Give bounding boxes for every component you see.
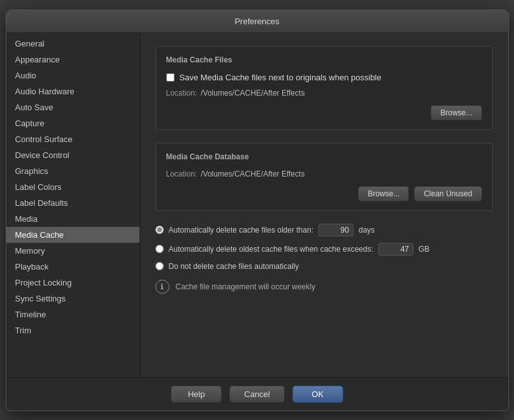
sidebar-item-project-locking[interactable]: Project Locking [6, 275, 139, 291]
sidebar-item-appearance[interactable]: Appearance [6, 52, 139, 68]
media-cache-files-title: Media Cache Files [166, 55, 482, 66]
sidebar-item-memory[interactable]: Memory [6, 243, 139, 259]
sidebar-item-trim[interactable]: Trim [6, 322, 139, 338]
auto-delete-oldest-radio[interactable] [155, 245, 164, 253]
sidebar-item-label-colors[interactable]: Label Colors [6, 179, 139, 195]
files-location-row: Location: /Volumes/CACHE/After Effects [166, 89, 482, 98]
save-media-cache-label: Save Media Cache files next to originals… [180, 73, 382, 82]
sidebar-item-media-cache[interactable]: Media Cache [6, 227, 139, 243]
media-cache-database-section: Media Cache Database Location: /Volumes/… [155, 143, 493, 211]
files-browse-button[interactable]: Browse... [431, 105, 482, 120]
sidebar-item-label-defaults[interactable]: Label Defaults [6, 195, 139, 211]
save-media-cache-row: Save Media Cache files next to originals… [166, 73, 482, 82]
clean-unused-button[interactable]: Clean Unused [414, 186, 482, 201]
info-row: ℹ Cache file management will occur weekl… [155, 280, 493, 294]
info-text: Cache file management will occur weekly [176, 282, 315, 291]
files-browse-row: Browse... [166, 105, 482, 120]
sidebar-item-audio-hardware[interactable]: Audio Hardware [6, 83, 139, 99]
db-location-path: /Volumes/CACHE/After Effects [201, 170, 304, 178]
auto-delete-oldest-label: Automatically delete oldest cache files … [169, 245, 374, 254]
auto-delete-oldest-row: Automatically delete oldest cache files … [155, 243, 493, 256]
db-location-label: Location: [166, 170, 197, 178]
auto-delete-older-unit: days [359, 226, 375, 235]
auto-delete-oldest-input[interactable]: 47 [378, 243, 413, 256]
sidebar-item-control-surface[interactable]: Control Surface [6, 131, 139, 147]
sidebar-item-device-control[interactable]: Device Control [6, 147, 139, 163]
media-cache-files-section: Media Cache Files Save Media Cache files… [155, 46, 493, 130]
sidebar-item-playback[interactable]: Playback [6, 259, 139, 275]
sidebar-item-auto-save[interactable]: Auto Save [6, 99, 139, 115]
sidebar: GeneralAppearanceAudioAudio HardwareAuto… [6, 33, 140, 377]
db-button-row: Browse... Clean Unused [166, 186, 482, 201]
db-location-row: Location: /Volumes/CACHE/After Effects [166, 170, 482, 178]
preferences-dialog: Preferences GeneralAppearanceAudioAudio … [6, 10, 509, 411]
no-delete-row: Do not delete cache files automatically [155, 262, 493, 271]
info-icon: ℹ [155, 280, 169, 294]
db-browse-button[interactable]: Browse... [358, 186, 409, 201]
save-media-cache-checkbox[interactable] [166, 73, 175, 82]
dialog-titlebar: Preferences [6, 10, 508, 33]
auto-delete-older-input[interactable]: 90 [318, 224, 353, 236]
no-delete-radio[interactable] [155, 262, 164, 270]
sidebar-item-media[interactable]: Media [6, 211, 139, 227]
files-location-label: Location: [166, 89, 197, 98]
cancel-button[interactable]: Cancel [229, 386, 284, 403]
dialog-title: Preferences [234, 17, 279, 26]
media-cache-database-title: Media Cache Database [166, 152, 482, 163]
auto-delete-oldest-unit: GB [418, 245, 429, 254]
auto-delete-older-radio[interactable] [155, 226, 164, 234]
sidebar-item-capture[interactable]: Capture [6, 115, 139, 131]
auto-delete-older-row: Automatically delete cache files older t… [155, 224, 493, 236]
sidebar-item-timeline[interactable]: Timeline [6, 307, 139, 322]
sidebar-item-graphics[interactable]: Graphics [6, 163, 139, 179]
ok-button[interactable]: OK [292, 386, 343, 403]
dialog-body: GeneralAppearanceAudioAudio HardwareAuto… [6, 33, 508, 377]
sidebar-item-general[interactable]: General [6, 36, 139, 52]
auto-delete-older-label: Automatically delete cache files older t… [169, 226, 313, 235]
files-location-path: /Volumes/CACHE/After Effects [201, 89, 304, 98]
sidebar-item-audio[interactable]: Audio [6, 68, 139, 83]
help-button[interactable]: Help [171, 386, 222, 403]
dialog-footer: Help Cancel OK [6, 377, 508, 410]
no-delete-label: Do not delete cache files automatically [169, 262, 299, 271]
main-content: Media Cache Files Save Media Cache files… [140, 33, 508, 377]
dialog-overlay: Preferences GeneralAppearanceAudioAudio … [0, 0, 514, 420]
sidebar-item-sync-settings[interactable]: Sync Settings [6, 291, 139, 307]
